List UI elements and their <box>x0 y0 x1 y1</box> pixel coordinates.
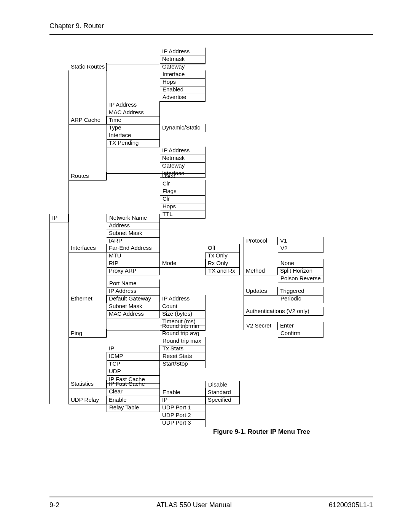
leaf: Hops <box>160 203 206 211</box>
leaf: Flags <box>160 187 206 196</box>
leaf: V2 Secret <box>244 322 278 330</box>
leaf: Size (bytes) <box>160 310 206 318</box>
leaf: Method <box>244 267 278 275</box>
leaf: Network Name <box>107 214 160 222</box>
leaf-text: Round trip avg <box>160 329 202 337</box>
leaf: Relay Table <box>107 404 160 412</box>
leaf: Count <box>160 302 206 311</box>
leaf: UDP <box>107 367 160 376</box>
leaf: Authentications (V2 only) <box>244 307 323 316</box>
leaf: Protocol <box>244 237 278 245</box>
leaf: Updates <box>244 287 278 296</box>
leaf: TCP <box>107 360 160 368</box>
menu-tree: IP Static Routes ARP Cache Routes Interf… <box>49 48 373 432</box>
leaf: Enabled <box>160 86 206 94</box>
branch-statistics: Statistics <box>68 380 107 388</box>
footer-page-number: 9-2 <box>49 501 59 509</box>
branch-static-routes: Static Routes <box>68 63 107 71</box>
leaf: IP <box>160 396 206 404</box>
leaf: MAC Address <box>107 310 160 318</box>
leaf: Subnet Mask <box>107 229 160 238</box>
leaf: Triggered <box>278 287 323 296</box>
leaf: Mode <box>160 259 206 268</box>
leaf: Reset Stats <box>160 352 206 361</box>
leaf: Interface <box>160 70 206 79</box>
leaf: IP Fast Cache <box>107 375 160 384</box>
leaf: Start/Stop <box>160 360 206 368</box>
leaf: Time <box>107 116 160 125</box>
branch-ethernet: Ethernet <box>68 295 107 303</box>
leaf: Clr <box>160 180 206 188</box>
leaf: UDP Port 1 <box>160 404 206 412</box>
leaf: Far-End Address <box>107 244 160 252</box>
leaf-text: Gateway <box>160 63 187 71</box>
leaf <box>107 63 206 64</box>
leaf: Proxy ARP <box>107 267 160 275</box>
leaf: Off <box>206 244 240 252</box>
header-rule <box>49 34 373 35</box>
leaf: Default Gateway <box>107 295 160 303</box>
leaf: Enable <box>107 396 160 404</box>
leaf: Tx Only <box>206 252 240 260</box>
figure-caption: Figure 9-1. Router IP Menu Tree <box>213 428 310 435</box>
branch-arp-cache: ARP Cache <box>68 116 107 125</box>
page-footer: 9-2 ATLAS 550 User Manual 61200305L1-1 <box>49 497 373 509</box>
leaf: Standard <box>206 388 240 397</box>
leaf: Port Name <box>107 280 160 288</box>
leaf: Split Horizon <box>278 267 323 275</box>
leaf: Hops <box>160 78 206 86</box>
leaf: IP Address <box>160 295 206 303</box>
leaf: IP Address <box>107 101 160 109</box>
leaf: Periodic <box>278 295 323 303</box>
leaf: Poison Reverse <box>278 275 323 283</box>
leaf: IP Address <box>107 287 160 296</box>
leaf: Dynamic/Static <box>160 124 206 132</box>
leaf: Enable <box>160 388 206 397</box>
leaf: Gateway <box>160 162 206 170</box>
leaf: TX Pending <box>107 139 160 147</box>
leaf: UDP Port 3 <box>160 419 206 427</box>
footer-document-id: 61200305L1-1 <box>329 501 373 509</box>
footer-rule <box>49 497 373 497</box>
leaf: Subnet Mask <box>107 302 160 311</box>
tree-root: IP <box>49 214 68 222</box>
leaf: Netmask <box>160 154 206 163</box>
tree-connector <box>49 222 50 404</box>
leaf: Type <box>107 124 160 132</box>
footer-document-title: ATLAS 550 User Manual <box>156 501 232 509</box>
leaf: Interface <box>107 131 160 140</box>
leaf: V1 <box>278 237 323 245</box>
branch-interfaces: Interfaces <box>68 244 107 252</box>
leaf: MAC Address <box>107 109 160 117</box>
leaf: MTU <box>107 252 160 260</box>
leaf: Clr <box>160 195 206 203</box>
leaf: Specified <box>206 396 240 404</box>
leaf: Advertise <box>160 93 206 102</box>
leaf: Disable <box>206 381 240 389</box>
leaf: IP Address <box>160 48 206 56</box>
leaf: TX and Rx <box>206 267 240 275</box>
leaf: RIP <box>107 259 160 268</box>
leaf: IP <box>107 345 160 353</box>
branch-routes: Routes <box>68 172 107 181</box>
leaf: Tx Stats <box>160 345 206 353</box>
branch-udp-relay: UDP Relay <box>68 396 107 404</box>
leaf: Clear <box>107 388 160 396</box>
leaf: Rx Only <box>206 259 240 268</box>
leaf: Address <box>107 222 160 230</box>
leaf: Netmask <box>160 55 206 64</box>
leaf: None <box>278 259 323 268</box>
leaf: IP Address <box>160 147 206 155</box>
leaf: UDP Port 2 <box>160 411 206 420</box>
leaf: Confirm <box>278 329 323 338</box>
branch-ping: Ping <box>68 329 107 338</box>
page-header: Chapter 9. Router <box>49 22 373 30</box>
leaf: Interface <box>160 169 206 178</box>
leaf: Round trip max <box>160 337 206 345</box>
leaf: TTL <box>160 210 206 219</box>
leaf: Enter <box>278 322 323 330</box>
leaf: ICMP <box>107 352 160 361</box>
leaf: V2 <box>278 244 323 253</box>
